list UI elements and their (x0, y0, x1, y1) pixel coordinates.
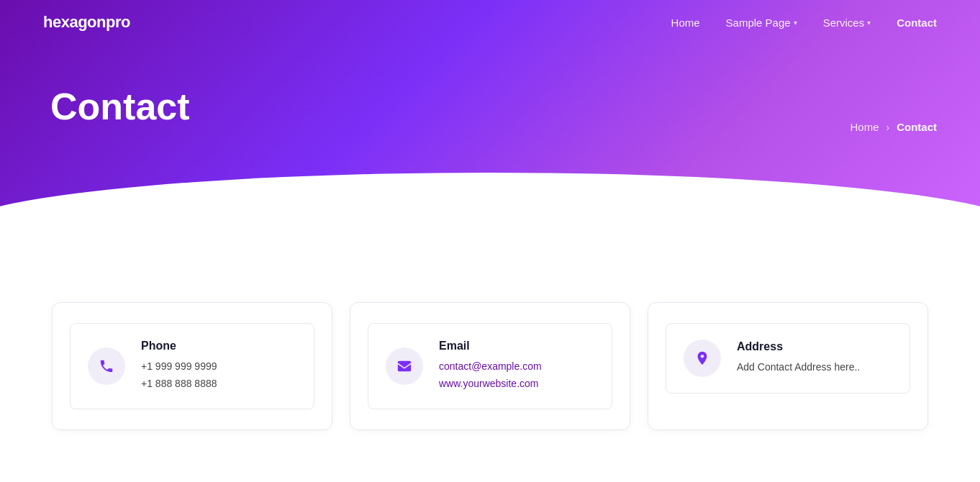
phone-values: +1 999 999 9999 +1 888 888 8888 (141, 358, 217, 393)
address-label: Address (737, 340, 860, 353)
address-card-inner: Address Add Contact Address here.. (666, 323, 910, 394)
address-card-info: Address Add Contact Address here.. (737, 340, 860, 376)
phone-card-info: Phone +1 999 999 9999 +1 888 888 8888 (141, 340, 217, 393)
phone-value-1: +1 999 999 9999 (141, 360, 217, 372)
nav-item-contact[interactable]: Contact (897, 17, 937, 29)
nav-link-home[interactable]: Home (671, 17, 700, 29)
email-label: Email (439, 340, 542, 353)
location-icon (694, 350, 710, 366)
contact-cards-section: Phone +1 999 999 9999 +1 888 888 8888 Em… (0, 245, 980, 473)
address-value: Add Contact Address here.. (737, 359, 860, 376)
phone-icon-circle (88, 347, 125, 385)
phone-card: Phone +1 999 999 9999 +1 888 888 8888 (52, 302, 332, 430)
email-card-info: Email contact@example.com www.yourwebsit… (439, 340, 542, 393)
chevron-down-icon: ▾ (867, 19, 871, 27)
nav-link-contact[interactable]: Contact (897, 17, 937, 29)
phone-icon (99, 358, 114, 374)
email-card: Email contact@example.com www.yourwebsit… (350, 302, 630, 430)
nav-link-services[interactable]: Services ▾ (823, 17, 871, 29)
address-card: Address Add Contact Address here.. (648, 302, 928, 430)
phone-card-inner: Phone +1 999 999 9999 +1 888 888 8888 (70, 323, 314, 409)
nav-item-services[interactable]: Services ▾ (823, 17, 871, 29)
nav-item-sample-page[interactable]: Sample Page ▾ (726, 17, 797, 29)
phone-label: Phone (141, 340, 217, 353)
brand-logo[interactable]: hexagonpro (43, 13, 130, 32)
email-card-inner: Email contact@example.com www.yourwebsit… (368, 323, 612, 409)
chevron-down-icon: ▾ (794, 19, 797, 27)
email-icon (396, 358, 412, 374)
breadcrumb: Home › Contact (850, 121, 937, 133)
address-icon-circle (684, 340, 721, 377)
navbar: hexagonpro Home Sample Page ▾ Services ▾… (0, 0, 980, 45)
phone-value-2: +1 888 888 8888 (141, 378, 217, 389)
page-title: Contact (50, 86, 930, 127)
svg-rect-0 (398, 360, 411, 371)
breadcrumb-separator: › (886, 122, 889, 133)
email-icon-circle (386, 347, 423, 385)
breadcrumb-home[interactable]: Home (850, 121, 879, 133)
breadcrumb-current: Contact (897, 121, 937, 133)
nav-item-home[interactable]: Home (671, 17, 700, 29)
nav-links: Home Sample Page ▾ Services ▾ Contact (671, 17, 937, 29)
email-values: contact@example.com www.yourwebsite.com (439, 358, 542, 393)
email-link-1[interactable]: contact@example.com (439, 358, 542, 376)
email-link-2[interactable]: www.yourwebsite.com (439, 376, 542, 393)
nav-link-sample-page[interactable]: Sample Page ▾ (726, 17, 797, 29)
